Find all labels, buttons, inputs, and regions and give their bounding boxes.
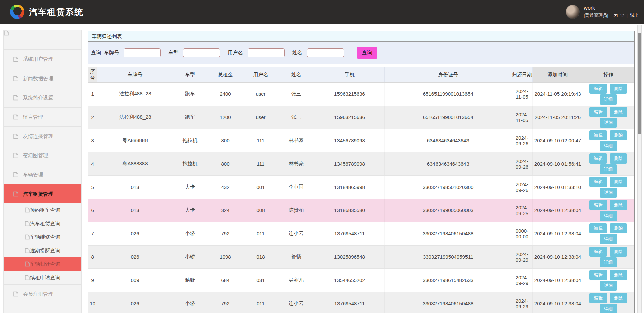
sidebar-item[interactable] xyxy=(4,30,81,50)
delete-button[interactable]: 删除 xyxy=(610,247,627,257)
cell-username: 031 xyxy=(244,268,278,292)
sidebar-item[interactable]: 车辆归还查询 xyxy=(4,257,81,271)
search-input[interactable] xyxy=(183,48,220,57)
sidebar-item[interactable]: 汽车租赁管理 xyxy=(4,184,81,203)
cell-return-date: 2024-11-05 xyxy=(512,82,533,106)
details-button[interactable]: 详细 xyxy=(600,234,617,244)
cell-idcard: 330327198615482633 xyxy=(384,268,512,292)
cell-total-rent: 684 xyxy=(207,268,244,292)
edit-button[interactable]: 编辑 xyxy=(589,293,607,303)
details-button[interactable]: 详细 xyxy=(600,211,617,221)
search-input[interactable] xyxy=(307,48,344,57)
sidebar-item[interactable]: 友情连接管理 xyxy=(4,126,81,146)
edit-button[interactable]: 编辑 xyxy=(589,107,607,117)
edit-button[interactable]: 编辑 xyxy=(589,153,607,164)
cell-total-rent: 432 xyxy=(207,175,244,199)
edit-button[interactable]: 编辑 xyxy=(589,200,607,210)
logout-link[interactable]: 退出 xyxy=(630,12,639,19)
delete-button[interactable]: 删除 xyxy=(610,107,627,117)
query-button[interactable]: 查询 xyxy=(357,47,377,59)
search-input[interactable] xyxy=(248,48,285,57)
sidebar-item[interactable]: 预约租车查询 xyxy=(4,203,81,217)
edit-button[interactable]: 编辑 xyxy=(589,84,607,94)
cell-return-date: 2024-09-29 xyxy=(512,268,533,292)
table-row: 4 粤A888888 拖拉机 800 111 林书豪 13456789098 6… xyxy=(88,152,634,175)
details-button[interactable]: 详细 xyxy=(600,304,617,313)
cell-added-time: 2024-09-10 12:38:04 xyxy=(533,222,583,245)
mail-icon[interactable]: ✉ xyxy=(614,12,618,19)
details-button[interactable]: 详细 xyxy=(600,164,617,174)
cell-total-rent: 792 xyxy=(207,292,244,313)
cell-phone: 13186835580 xyxy=(315,199,384,222)
edit-button[interactable]: 编辑 xyxy=(589,177,607,187)
delete-button[interactable]: 删除 xyxy=(610,177,627,187)
cell-plate: 粤A888888 xyxy=(97,129,173,152)
cell-operations: 编辑 删除 详细 xyxy=(583,199,634,222)
cell-username: 011 xyxy=(244,222,278,245)
file-icon xyxy=(13,57,19,62)
col-header-added-time: 添加时间 xyxy=(533,67,583,82)
file-icon xyxy=(25,221,30,226)
edit-button[interactable]: 编辑 xyxy=(589,247,607,257)
cell-operations: 编辑 删除 详细 xyxy=(583,245,634,268)
cell-plate: 009 xyxy=(97,268,173,292)
search-input[interactable] xyxy=(124,48,161,57)
sidebar-item[interactable]: 汽车租赁查询 xyxy=(4,217,81,230)
page-title: 车辆归还列表 xyxy=(88,31,634,41)
delete-button[interactable]: 删除 xyxy=(610,153,627,164)
file-icon xyxy=(25,207,30,213)
sidebar-item[interactable]: 车辆管理 xyxy=(4,165,81,184)
details-button[interactable]: 详细 xyxy=(600,188,617,198)
cell-idcard: 330327198501020300 xyxy=(384,175,512,199)
file-icon xyxy=(13,191,19,197)
delete-button[interactable]: 删除 xyxy=(610,270,627,280)
edit-button[interactable]: 编辑 xyxy=(589,270,607,280)
cell-username: user xyxy=(244,106,278,129)
sidebar-item[interactable]: 续租申请查询 xyxy=(4,271,81,284)
delete-button[interactable]: 删除 xyxy=(610,223,627,233)
cell-car-type: 大卡 xyxy=(173,175,207,199)
sidebar-item[interactable]: 系统用户管理 xyxy=(4,50,81,69)
edit-button[interactable]: 编辑 xyxy=(589,130,607,140)
cell-idcard: 330327199504059511 xyxy=(384,245,512,268)
cell-operations: 编辑 删除 详细 xyxy=(583,152,634,175)
delete-button[interactable]: 删除 xyxy=(610,84,627,94)
cell-idcard: 651651199001013654 xyxy=(384,106,512,129)
col-header-seq: 序号 xyxy=(88,67,97,82)
delete-button[interactable]: 删除 xyxy=(610,293,627,303)
details-button[interactable]: 详细 xyxy=(600,118,617,128)
table-row: 7 026 小轿 792 011 连小云 13769548711 3303271… xyxy=(88,222,634,245)
sidebar-item[interactable]: 留言管理 xyxy=(4,107,81,126)
avatar[interactable] xyxy=(566,5,580,19)
cell-plate: 粤A888888 xyxy=(97,152,173,175)
details-button[interactable]: 详细 xyxy=(600,257,617,267)
cell-name: 陈贵柏 xyxy=(278,199,315,222)
cell-phone: 13184865998 xyxy=(315,175,384,199)
details-button[interactable]: 详细 xyxy=(600,94,617,105)
scrollbar-thumb[interactable] xyxy=(638,33,641,134)
cell-username: 018 xyxy=(244,245,278,268)
table-row: 6 013 大卡 324 008 陈贵柏 13186835580 3303271… xyxy=(88,199,634,222)
sidebar-item-label: 新闻数据管理 xyxy=(23,76,53,82)
cell-idcard: 330327198406150488 xyxy=(384,292,512,313)
details-button[interactable]: 详细 xyxy=(600,141,617,151)
sidebar-item[interactable]: 会员注册管理 xyxy=(4,284,81,304)
edit-button[interactable]: 编辑 xyxy=(589,223,607,233)
returns-table-wrap: 序号 车牌号 车型 总租金 用户名 姓名 手机 身份证号 归还日期 添加时间 操… xyxy=(88,67,634,313)
cell-car-type: 越野 xyxy=(173,268,207,292)
sidebar-item[interactable]: 新闻数据管理 xyxy=(4,69,81,88)
sidebar-item[interactable]: 逾期提醒查询 xyxy=(4,244,81,257)
details-button[interactable]: 详细 xyxy=(600,281,617,291)
sidebar-item[interactable]: 车辆维修查询 xyxy=(4,230,81,244)
cell-seq: 1 xyxy=(88,82,97,106)
cell-plate: 026 xyxy=(97,292,173,313)
delete-button[interactable]: 删除 xyxy=(610,130,627,140)
search-bar: 查询 车牌号: 车型: 用户名: 姓名: 查询 xyxy=(88,41,634,64)
sidebar-item[interactable]: 系统简介设置 xyxy=(4,88,81,107)
delete-button[interactable]: 删除 xyxy=(610,200,627,210)
main-panel: 车辆归还列表 查询 车牌号: 车型: 用户名: 姓名: 查询 序 xyxy=(88,31,635,313)
vertical-scrollbar[interactable] xyxy=(637,25,642,313)
sidebar-item[interactable]: 变幻图管理 xyxy=(4,146,81,165)
cell-idcard: 330327199005060003 xyxy=(384,199,512,222)
cell-added-time: 2024-09-10 01:33:10 xyxy=(533,175,583,199)
